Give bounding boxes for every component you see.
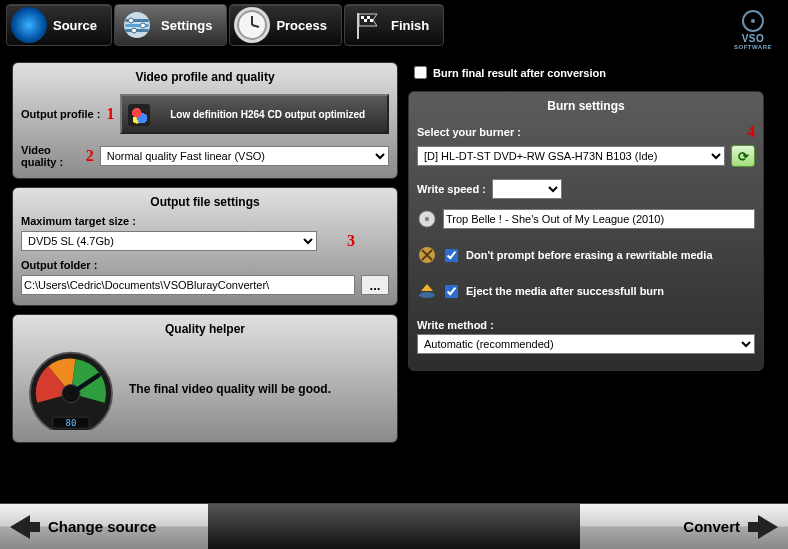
browse-folder-button[interactable]: ... — [361, 275, 389, 295]
annotation-3: 3 — [347, 232, 355, 250]
quality-message: The final video quality will be good. — [129, 382, 385, 396]
output-profile-button[interactable]: Low definition H264 CD output optimized — [120, 94, 389, 134]
write-speed-select[interactable] — [492, 179, 562, 199]
top-tab-bar: Source Settings Process Finish VSO SOFTW… — [0, 0, 788, 54]
output-folder-input[interactable] — [21, 275, 355, 295]
eject-icon — [417, 281, 437, 301]
change-source-button[interactable]: Change source — [0, 504, 208, 549]
logo-disc-icon — [742, 10, 764, 32]
svg-rect-14 — [370, 19, 373, 22]
burn-after-conversion-label: Burn final result after conversion — [433, 67, 606, 79]
video-quality-label: Video quality : — [21, 144, 80, 168]
bottom-bar: Change source Convert — [0, 503, 788, 549]
svg-rect-12 — [367, 16, 370, 19]
eject-after-burn-checkbox[interactable] — [445, 285, 458, 298]
output-profile-label: Output profile : — [21, 108, 100, 120]
panel-title: Output file settings — [21, 192, 389, 215]
write-speed-label: Write speed : — [417, 183, 486, 195]
eject-after-burn-label: Eject the media after successfull burn — [466, 285, 664, 297]
burn-after-conversion-row: Burn final result after conversion — [414, 66, 764, 79]
annotation-4: 4 — [747, 123, 755, 141]
convert-label: Convert — [683, 518, 740, 535]
settings-icon — [119, 7, 155, 43]
svg-point-20 — [425, 217, 429, 221]
video-profile-panel: Video profile and quality Output profile… — [12, 62, 398, 179]
quality-helper-panel: Quality helper 80 The final video qualit… — [12, 314, 398, 443]
svg-rect-11 — [361, 16, 364, 19]
svg-point-6 — [132, 28, 137, 33]
quality-gauge: 80 — [25, 348, 117, 430]
tab-source[interactable]: Source — [6, 4, 112, 46]
svg-point-22 — [419, 292, 435, 298]
panel-title: Burn settings — [417, 96, 755, 119]
tab-process[interactable]: Process — [229, 4, 342, 46]
svg-rect-13 — [364, 19, 367, 22]
bottom-spacer — [208, 504, 580, 549]
svg-point-5 — [141, 23, 146, 28]
logo-text-1: VSO — [734, 33, 772, 44]
select-burner-label: Select your burner : — [417, 126, 521, 138]
vso-logo: VSO SOFTWARE — [734, 10, 772, 50]
panel-title: Quality helper — [21, 319, 389, 342]
flag-icon — [349, 7, 385, 43]
arrow-right-icon — [748, 515, 778, 539]
tab-label: Finish — [391, 18, 429, 33]
convert-button[interactable]: Convert — [580, 504, 788, 549]
disc-small-icon — [417, 209, 437, 229]
erase-disc-icon — [417, 245, 437, 265]
clock-icon — [234, 7, 270, 43]
gauge-value: 80 — [25, 418, 117, 428]
max-target-size-select[interactable]: DVD5 SL (4.7Gb) — [21, 231, 317, 251]
left-column: Video profile and quality Output profile… — [12, 62, 398, 496]
video-quality-select[interactable]: Normal quality Fast linear (VSO) — [100, 146, 389, 166]
output-file-panel: Output file settings Maximum target size… — [12, 187, 398, 306]
burner-select[interactable]: [D] HL-DT-ST DVD+-RW GSA-H73N B103 (Ide) — [417, 146, 725, 166]
tab-finish[interactable]: Finish — [344, 4, 444, 46]
burn-settings-panel: Burn settings Select your burner : 4 [D]… — [408, 91, 764, 371]
dont-prompt-erase-checkbox[interactable] — [445, 249, 458, 262]
write-method-select[interactable]: Automatic (recommended) — [417, 334, 755, 354]
tab-settings[interactable]: Settings — [114, 4, 227, 46]
profile-icon — [128, 104, 150, 126]
disc-icon — [11, 7, 47, 43]
right-column: Burn final result after conversion Burn … — [408, 62, 764, 496]
svg-point-4 — [129, 18, 134, 23]
main-area: Video profile and quality Output profile… — [0, 54, 788, 496]
refresh-burners-button[interactable]: ⟳ — [731, 145, 755, 167]
panel-title: Video profile and quality — [21, 67, 389, 90]
tab-label: Process — [276, 18, 327, 33]
annotation-1: 1 — [106, 105, 114, 123]
tab-label: Settings — [161, 18, 212, 33]
change-source-label: Change source — [48, 518, 156, 535]
tab-label: Source — [53, 18, 97, 33]
max-target-size-label: Maximum target size : — [21, 215, 389, 227]
logo-text-2: SOFTWARE — [734, 44, 772, 50]
ellipsis-icon: ... — [369, 278, 380, 293]
annotation-2: 2 — [86, 147, 94, 165]
output-profile-value: Low definition H264 CD output optimized — [170, 109, 365, 120]
arrow-left-icon — [10, 515, 40, 539]
write-method-label: Write method : — [417, 319, 755, 331]
dont-prompt-erase-label: Don't prompt before erasing a rewritable… — [466, 249, 713, 261]
disc-label-input[interactable] — [443, 209, 755, 229]
refresh-icon: ⟳ — [738, 149, 749, 164]
burn-after-conversion-checkbox[interactable] — [414, 66, 427, 79]
output-folder-label: Output folder : — [21, 259, 389, 271]
